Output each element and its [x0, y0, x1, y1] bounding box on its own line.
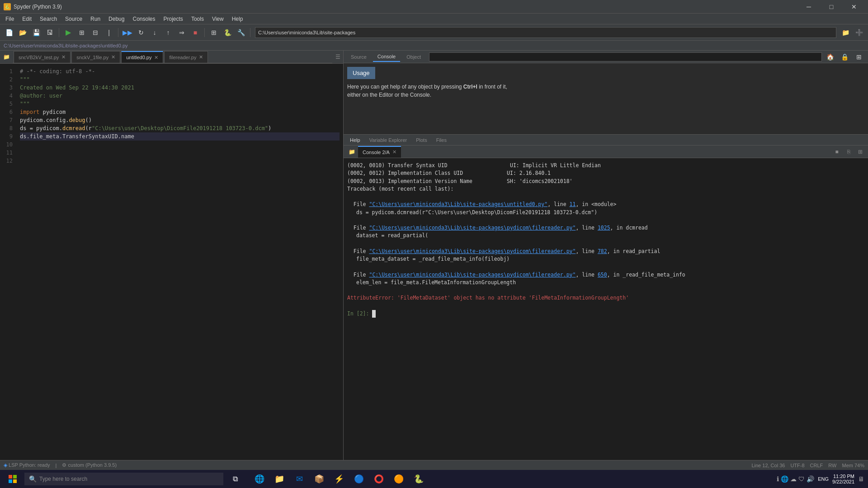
- toolbar-sep-4: [250, 28, 250, 37]
- task-view-btn[interactable]: ⧉: [226, 470, 244, 488]
- main-container: 📁 sncVB2kV_test.py ✕ snckV_1file.py ✕ un…: [0, 51, 868, 460]
- menu-source[interactable]: Source: [61, 15, 86, 23]
- search-placeholder: Type here to search: [39, 476, 87, 482]
- spyder-env-btn[interactable]: 🐍: [221, 26, 234, 39]
- run-cell-advance-btn[interactable]: ⊟: [89, 26, 102, 39]
- path-input[interactable]: C:\Users\user\miniconda3\Lib\site-packag…: [255, 27, 836, 38]
- menu-run[interactable]: Run: [87, 15, 104, 23]
- console-stop-btn[interactable]: ■: [832, 147, 842, 157]
- path-browse-btn[interactable]: 📁: [839, 26, 852, 39]
- taskbar-edge-icon[interactable]: 🌐: [250, 470, 269, 488]
- taskbar-spyder-icon[interactable]: 🐍: [410, 470, 428, 488]
- help-lock-btn[interactable]: 🔒: [838, 51, 851, 63]
- close-button[interactable]: ✕: [844, 0, 864, 14]
- console-expand-btn[interactable]: ⊞: [855, 147, 865, 157]
- help-tab-source[interactable]: Source: [346, 52, 371, 62]
- menu-consoles[interactable]: Consoles: [129, 15, 159, 23]
- menu-view[interactable]: View: [208, 15, 227, 23]
- tab-close-sncVB2kV[interactable]: ✕: [61, 54, 66, 60]
- console-tab-close[interactable]: ✕: [392, 149, 396, 155]
- help-bottom-tab-plots[interactable]: Plots: [412, 136, 430, 144]
- taskbar-search-bar[interactable]: 🔍 Type here to search: [24, 473, 223, 485]
- taskbar-chrome-icon[interactable]: ⭕: [370, 470, 388, 488]
- menu-projects[interactable]: Projects: [160, 15, 187, 23]
- help-expand-btn[interactable]: ⊞: [853, 51, 865, 63]
- console-traceback-1-code: ds = pydicom.dcmread(r"C:\Users\user\Des…: [356, 209, 864, 216]
- menu-help[interactable]: Help: [228, 15, 247, 23]
- tools-btn[interactable]: 🔧: [235, 26, 247, 39]
- tab-filereader[interactable]: filereader.py ✕: [164, 51, 208, 63]
- menu-file[interactable]: File: [2, 15, 18, 23]
- console-browser-btn[interactable]: 📁: [346, 146, 357, 157]
- start-button[interactable]: [4, 470, 22, 488]
- taskbar-orange-icon[interactable]: 🟠: [390, 470, 408, 488]
- step-btn[interactable]: ↻: [135, 26, 147, 39]
- help-bottom-tabs: Help Variable Explorer Plots Files: [344, 134, 868, 145]
- help-bottom-tab-varexplorer[interactable]: Variable Explorer: [366, 136, 411, 144]
- tab-snckV[interactable]: snckV_1file.py ✕: [71, 51, 120, 63]
- new-file-btn[interactable]: 📄: [3, 26, 15, 39]
- status-bar: ◈ LSP Python: ready | ⚙ custom (Python 3…: [0, 460, 868, 470]
- tray-network-icon[interactable]: 🌐: [781, 475, 788, 483]
- console-tab-2a[interactable]: Console 2/A ✕: [358, 146, 401, 158]
- help-panel: Source Console Object 🏠 🔒 ⊞ Usage Here y…: [344, 51, 868, 145]
- run-cell-btn[interactable]: ⊞: [75, 26, 88, 39]
- save-file-btn[interactable]: 💾: [30, 26, 42, 39]
- status-mode: RW: [828, 463, 836, 468]
- help-home-btn[interactable]: 🏠: [824, 51, 836, 63]
- tab-close-snckV[interactable]: ✕: [111, 54, 115, 60]
- menu-debug[interactable]: Debug: [105, 15, 128, 23]
- help-bottom-tab-help[interactable]: Help: [346, 136, 364, 144]
- window-title: Spyder (Python 3.9): [14, 4, 62, 10]
- language-indicator[interactable]: ENG: [818, 476, 829, 482]
- tray-audio-icon[interactable]: 🔊: [807, 475, 814, 483]
- system-tray: ℹ 🌐 ☁ 🛡 🔊: [777, 475, 814, 483]
- system-clock: 11:20 PM 9/22/2021: [832, 474, 854, 484]
- taskbar-zapier-icon[interactable]: ⚡: [330, 470, 348, 488]
- tray-security-icon[interactable]: 🛡: [798, 475, 805, 483]
- open-file-btn[interactable]: 📂: [16, 26, 29, 39]
- code-line-6: """: [20, 100, 340, 108]
- tab-close-untitled0[interactable]: ✕: [154, 55, 158, 61]
- file-browser-btn[interactable]: 📁: [0, 51, 13, 63]
- minimize-button[interactable]: ─: [798, 0, 819, 14]
- step-out-btn[interactable]: ↑: [162, 26, 175, 39]
- maximize-button[interactable]: □: [821, 0, 842, 14]
- stop-btn[interactable]: ■: [189, 26, 202, 39]
- tab-close-filereader[interactable]: ✕: [199, 54, 203, 60]
- taskbar-mail-icon[interactable]: ✉: [290, 470, 308, 488]
- tab-sncVB2kV[interactable]: sncVB2kV_test.py ✕: [14, 51, 71, 63]
- panels-btn[interactable]: ⊞: [208, 26, 220, 39]
- status-sep-1: |: [56, 463, 57, 468]
- help-tab-object[interactable]: Object: [402, 52, 425, 62]
- menu-edit[interactable]: Edit: [19, 15, 35, 23]
- tab-untitled0[interactable]: untitled0.py ✕: [121, 51, 163, 63]
- console-content[interactable]: (0002, 0010) Transfer Syntax UID UI: Imp…: [344, 158, 868, 460]
- object-input[interactable]: [429, 52, 822, 61]
- console-line-2: (0002, 0012) Implementation Class UID UI…: [347, 169, 864, 177]
- toolbar-sep-3: [204, 28, 205, 37]
- console-copy-btn[interactable]: ⎘: [844, 147, 854, 157]
- taskbar-blue-icon[interactable]: 🔵: [350, 470, 368, 488]
- help-bottom-tab-files[interactable]: Files: [433, 136, 450, 144]
- tab-menu-btn[interactable]: ☰: [332, 52, 343, 62]
- run-btn[interactable]: ▶: [62, 26, 75, 39]
- continue-btn[interactable]: ⇒: [175, 26, 188, 39]
- step-into-btn[interactable]: ↓: [148, 26, 161, 39]
- show-desktop-btn[interactable]: 🖥: [858, 475, 864, 483]
- taskbar-amazon-icon[interactable]: 📦: [310, 470, 328, 488]
- code-editor[interactable]: # -*- coding: utf-8 -*- """ Created on W…: [16, 64, 343, 460]
- tray-info-icon[interactable]: ℹ: [777, 475, 779, 483]
- cursor-btn[interactable]: |: [103, 26, 115, 39]
- tray-cloud-icon[interactable]: ☁: [790, 475, 797, 483]
- console-attribute-error: AttributeError: 'FileMetaDataset' object…: [347, 294, 864, 302]
- debug-btn[interactable]: ▶▶: [121, 26, 134, 39]
- path-add-btn[interactable]: ➕: [853, 26, 865, 39]
- editor-content[interactable]: 1 2 3 4 5 6 7 8 9 10 11 12 # -*- coding:…: [0, 64, 343, 460]
- help-tab-console[interactable]: Console: [373, 52, 400, 62]
- menu-tools[interactable]: Tools: [188, 15, 208, 23]
- taskbar-explorer-icon[interactable]: 📁: [270, 470, 288, 488]
- save-all-btn[interactable]: 🖫: [43, 26, 56, 39]
- menu-search[interactable]: Search: [36, 15, 61, 23]
- breadcrumb-text: C:\Users\user\miniconda3\Lib\site-packag…: [4, 43, 128, 48]
